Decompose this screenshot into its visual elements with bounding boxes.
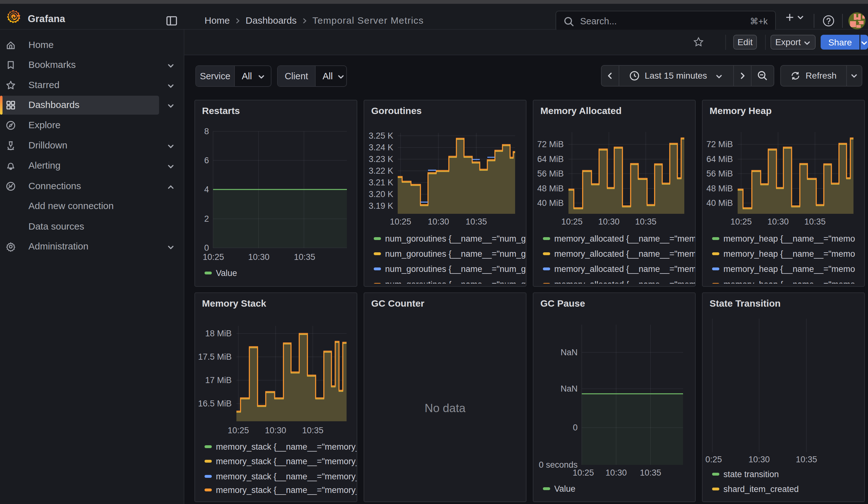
svg-text:10:35: 10:35 <box>302 426 323 435</box>
svg-text:48 MiB: 48 MiB <box>706 184 733 193</box>
svg-text:10:30: 10:30 <box>748 455 770 464</box>
svg-text:memory_allocated {__name__="me: memory_allocated {__name__="memo <box>554 264 696 274</box>
svg-text:NaN: NaN <box>560 384 578 393</box>
svg-text:10:25: 10:25 <box>390 217 411 226</box>
svg-text:memory_heap {__name__="memo: memory_heap {__name__="memo <box>723 249 855 259</box>
svg-text:shard_item_created: shard_item_created <box>723 484 799 494</box>
svg-text:Value: Value <box>216 268 237 278</box>
svg-text:10:30: 10:30 <box>606 468 627 477</box>
svg-text:memory_allocated {__name__="me: memory_allocated {__name__="memo <box>554 249 696 259</box>
svg-text:memory_stack {__name__="memory: memory_stack {__name__="memory_s <box>216 472 357 481</box>
svg-text:10:35: 10:35 <box>635 217 657 226</box>
svg-text:3.20 K: 3.20 K <box>369 189 393 199</box>
svg-text:10:30: 10:30 <box>767 217 789 226</box>
svg-text:8: 8 <box>204 127 209 136</box>
svg-text:10:25: 10:25 <box>730 217 752 226</box>
svg-text:NaN: NaN <box>560 348 578 357</box>
svg-text:10:35: 10:35 <box>804 217 826 226</box>
svg-text:3.24 K: 3.24 K <box>369 143 393 152</box>
svg-text:10:35: 10:35 <box>796 455 817 464</box>
svg-text:memory_heap {__name__="memo: memory_heap {__name__="memo <box>723 264 855 274</box>
svg-text:10:35: 10:35 <box>294 252 315 262</box>
svg-text:0: 0 <box>573 423 578 432</box>
svg-text:64 MiB: 64 MiB <box>537 154 564 164</box>
svg-text:18 MiB: 18 MiB <box>205 329 232 338</box>
svg-text:0: 0 <box>204 243 209 253</box>
svg-text:6: 6 <box>204 156 209 165</box>
svg-text:10:25: 10:25 <box>203 252 224 262</box>
svg-text:17 MiB: 17 MiB <box>205 376 232 385</box>
svg-text:3.22 K: 3.22 K <box>369 166 393 176</box>
svg-text:72 MiB: 72 MiB <box>537 140 564 149</box>
svg-text:10:30: 10:30 <box>598 217 620 226</box>
svg-text:10:30: 10:30 <box>428 217 449 226</box>
svg-text:10:35: 10:35 <box>466 217 487 226</box>
svg-text:Value: Value <box>554 484 576 494</box>
svg-text:10:35: 10:35 <box>640 468 661 477</box>
svg-text:10:30: 10:30 <box>248 252 270 262</box>
svg-text:memory_stack {__name__="memory: memory_stack {__name__="memory_s <box>216 457 357 466</box>
svg-text:10:25: 10:25 <box>572 468 594 477</box>
svg-text:memory_stack {__name__="memory: memory_stack {__name__="memory_s <box>216 485 357 495</box>
svg-text:17.5 MiB: 17.5 MiB <box>198 352 232 362</box>
svg-text:64 MiB: 64 MiB <box>706 154 733 164</box>
svg-text:3.25 K: 3.25 K <box>369 131 393 141</box>
svg-text:num_goroutines {__name__="num_: num_goroutines {__name__="num_go <box>385 264 526 274</box>
svg-text:2: 2 <box>204 214 209 224</box>
svg-text:10:25: 10:25 <box>561 217 583 226</box>
svg-text:72 MiB: 72 MiB <box>706 140 733 149</box>
svg-text:40 MiB: 40 MiB <box>706 198 733 208</box>
svg-text:num_goroutines {__name__="num_: num_goroutines {__name__="num_go <box>385 234 526 244</box>
svg-text:40 MiB: 40 MiB <box>537 198 564 208</box>
svg-text:4: 4 <box>204 185 209 194</box>
svg-text:memory_heap {__name__="memo: memory_heap {__name__="memo <box>723 234 855 244</box>
svg-text:3.21 K: 3.21 K <box>369 178 393 187</box>
svg-text:10:25: 10:25 <box>228 426 249 435</box>
svg-text:memory_stack {__name__="memory: memory_stack {__name__="memory_s <box>216 442 357 452</box>
svg-text:56 MiB: 56 MiB <box>537 169 564 178</box>
svg-text:0 seconds: 0 seconds <box>539 460 578 470</box>
svg-text:10:30: 10:30 <box>265 426 286 435</box>
svg-text:state transition: state transition <box>723 470 779 479</box>
svg-text:48 MiB: 48 MiB <box>537 184 564 193</box>
svg-text:0:25: 0:25 <box>705 455 722 464</box>
svg-text:56 MiB: 56 MiB <box>706 169 733 178</box>
svg-text:3.23 K: 3.23 K <box>369 154 393 164</box>
svg-text:memory_allocated {__name__="me: memory_allocated {__name__="memo <box>554 234 696 244</box>
svg-text:num_goroutines {__name__="num_: num_goroutines {__name__="num_go <box>385 249 526 259</box>
svg-text:3.19 K: 3.19 K <box>369 201 393 210</box>
svg-text:16.5 MiB: 16.5 MiB <box>198 399 232 408</box>
